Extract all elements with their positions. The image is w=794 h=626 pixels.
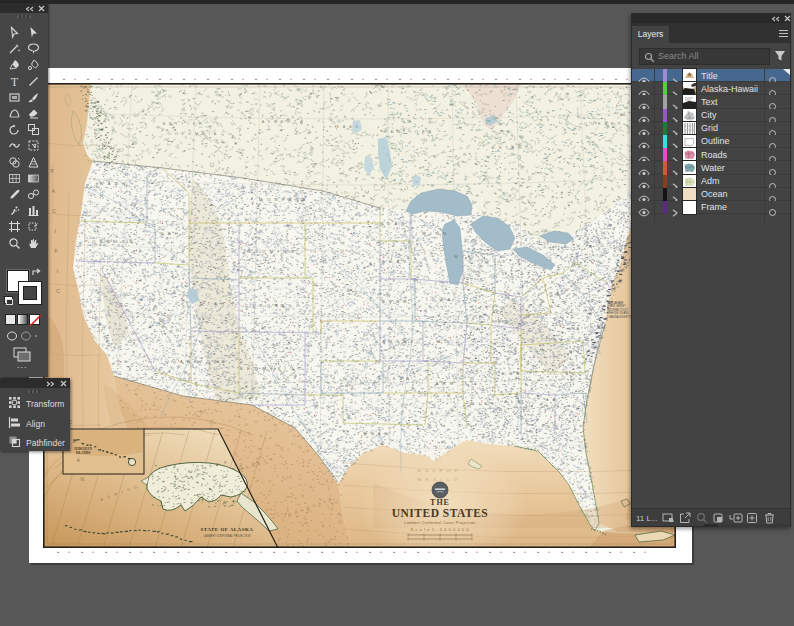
svg-text:THE: THE: [430, 498, 450, 507]
svg-text:S C: S C: [565, 371, 577, 376]
svg-text:N: N: [80, 476, 85, 482]
svg-text:G A: G A: [545, 397, 557, 402]
svg-text:T E X A S: T E X A S: [357, 431, 389, 436]
svg-text:M A N I T O B A: M A N I T O B A: [384, 130, 433, 134]
svg-text:S D A K: S D A K: [382, 259, 408, 264]
svg-text:V A: V A: [569, 326, 580, 331]
svg-text:C: C: [56, 288, 61, 294]
svg-text:M O N T A N A: M O N T A N A: [259, 197, 307, 202]
svg-text:U T A H: U T A H: [200, 301, 225, 306]
svg-text:N E W M E X I C O: N E W M E X I C O: [240, 366, 303, 371]
svg-text:LAMBERT CONFORMAL PROJECTION: LAMBERT CONFORMAL PROJECTION: [204, 534, 251, 538]
svg-text:M I S S: M I S S: [471, 401, 496, 406]
svg-text:3 CONNECTICUT: 3 CONNECTICUT: [607, 308, 628, 312]
svg-text:O N T A R I O: O N T A R I O: [492, 146, 535, 150]
svg-text:1 DELAWARE: 1 DELAWARE: [607, 301, 624, 305]
svg-text:Q U E B E C: Q U E B E C: [584, 122, 622, 126]
svg-text:A R I Z O N A: A R I Z O N A: [180, 359, 226, 364]
svg-text:C: C: [52, 208, 57, 214]
svg-text:A L B E R T A: A L B E R T A: [262, 120, 304, 124]
svg-text:N E B R: N E B R: [382, 299, 408, 304]
svg-text:I O W A: I O W A: [426, 297, 452, 302]
svg-text:S c a l e 1 : 5 0 0 0 0 0 0: S c a l e 1 : 5 0 0 0 0 0 0: [411, 528, 469, 532]
svg-text:M I N N: M I N N: [422, 231, 447, 236]
svg-text:S A S K: S A S K: [336, 125, 359, 129]
svg-text:W Y O M I N G: W Y O M I N G: [247, 249, 296, 254]
svg-text:F: F: [55, 248, 60, 254]
svg-text:T: T: [11, 75, 19, 88]
svg-text:K Y: K Y: [507, 349, 518, 354]
svg-text:M O: M O: [437, 339, 450, 344]
svg-text:A: A: [76, 457, 81, 463]
svg-text:I: I: [56, 268, 59, 274]
svg-text:W I S: W I S: [454, 254, 472, 259]
svg-text:B R I T I S H: B R I T I S H: [163, 122, 204, 126]
svg-text:N Y: N Y: [572, 261, 584, 266]
svg-text:Lambert Conformal Conic Projec: Lambert Conformal Conic Projection: [404, 521, 476, 525]
svg-text:P A: P A: [549, 291, 560, 296]
svg-text:I N D: I N D: [492, 319, 510, 324]
svg-text:I L L: I L L: [467, 316, 483, 321]
svg-text:5 MASSACHUSETTS: 5 MASSACHUSETTS: [607, 315, 632, 319]
svg-text:I D A H O: I D A H O: [155, 231, 187, 236]
svg-text:A R K: A R K: [436, 381, 455, 386]
svg-text:O H I O: O H I O: [518, 314, 543, 319]
svg-text:A L A: A L A: [504, 399, 522, 404]
svg-text:O K L A: O K L A: [385, 376, 410, 381]
svg-text:A: A: [51, 188, 56, 194]
svg-text:W A S H: W A S H: [100, 181, 127, 186]
svg-text:K A N S A S: K A N S A S: [375, 339, 414, 344]
svg-text:STATE OF ALASKA: STATE OF ALASKA: [201, 527, 254, 532]
svg-text:O R E G O N: O R E G O N: [92, 239, 134, 244]
svg-text:UNITED STATES: UNITED STATES: [392, 507, 489, 519]
svg-text:T E N N: T E N N: [495, 371, 521, 376]
svg-text:P: P: [50, 168, 55, 174]
svg-text:C O L O R A D O: C O L O R A D O: [245, 303, 301, 308]
svg-text:N D A K: N D A K: [380, 221, 406, 226]
svg-text:I: I: [54, 228, 57, 234]
svg-text:2 NEW JERSEY: 2 NEW JERSEY: [607, 304, 626, 308]
svg-text:ISLANDS: ISLANDS: [76, 451, 91, 455]
svg-text:N C: N C: [569, 349, 581, 354]
svg-text:C O L U M B I A: C O L U M B I A: [168, 132, 217, 136]
svg-text:4 RHODE ISLAND: 4 RHODE ISLAND: [607, 311, 629, 315]
svg-text:E: E: [72, 438, 77, 444]
